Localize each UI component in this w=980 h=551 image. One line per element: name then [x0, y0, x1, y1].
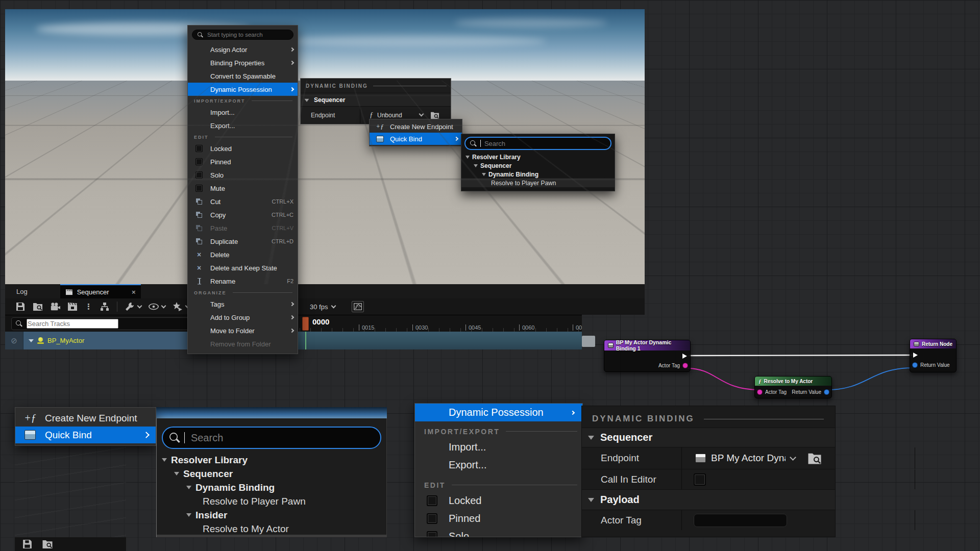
- render-movie-icon[interactable]: [67, 302, 78, 312]
- tree-item-insider[interactable]: Insider: [157, 508, 386, 522]
- locked-checkbox[interactable]: [195, 145, 203, 152]
- call-in-editor-checkbox[interactable]: [694, 473, 706, 486]
- section-edit: EDIT: [188, 132, 298, 142]
- menu-search-box[interactable]: [192, 30, 293, 40]
- collapse-triangle-icon[interactable]: [465, 156, 470, 161]
- tree-item-sequencer[interactable]: Sequencer: [461, 161, 615, 170]
- menu-item-assign-actor[interactable]: Assign Actor: [188, 43, 298, 56]
- menu-item-delete-keep-state[interactable]: ×Delete and Keep State: [188, 261, 298, 274]
- menu-item-dynamic-possession[interactable]: Dynamic Possession: [188, 83, 298, 96]
- camera-icon[interactable]: [50, 302, 60, 312]
- locked-checkbox[interactable]: [427, 495, 437, 506]
- payload-category-row[interactable]: Payload: [582, 489, 835, 510]
- menu-item-locked[interactable]: Locked: [415, 492, 582, 510]
- browse-folder-icon: [42, 539, 53, 549]
- menu-item-copy[interactable]: CopyCTRL+C: [188, 208, 298, 221]
- menu-item-import[interactable]: Import...: [188, 106, 298, 119]
- tree-item-resolve-my-actor[interactable]: Resolve to My Actor: [157, 522, 386, 536]
- tree-item-dynamic-binding[interactable]: Dynamic Binding: [157, 481, 386, 494]
- search-tracks-input[interactable]: [27, 319, 118, 329]
- menu-item-pinned[interactable]: Pinned: [188, 155, 298, 168]
- menu-item-solo[interactable]: Solo: [188, 168, 298, 182]
- more-options-icon[interactable]: ⋮: [85, 302, 92, 311]
- sequencer-category-row[interactable]: Sequencer: [301, 93, 451, 106]
- node-bp-my-actor-dynamic-binding[interactable]: BP My Actor Dynamic Binding 1 Actor Tag: [604, 340, 691, 372]
- menu-item-solo[interactable]: Solo: [415, 528, 582, 537]
- tree-item-resolver-library[interactable]: Resolver Library: [157, 453, 386, 467]
- save-icon[interactable]: [15, 302, 26, 312]
- menu-item-dynamic-possession[interactable]: Dynamic Possession: [415, 404, 582, 421]
- actor-tag-input[interactable]: [694, 514, 787, 527]
- menu-item-convert-to-spawnable[interactable]: Convert to Spawnable: [188, 69, 298, 83]
- menu-item-delete[interactable]: ×Delete: [188, 248, 298, 261]
- menu-item-move-to-folder[interactable]: Move to Folder: [188, 324, 298, 337]
- browse-endpoint-icon[interactable]: [807, 452, 822, 465]
- menu-item-remove-from-folder: Remove from Folder: [188, 337, 298, 350]
- solo-checkbox[interactable]: [195, 171, 203, 179]
- quick-bind-search-input[interactable]: [191, 432, 376, 444]
- collapse-triangle-icon[interactable]: [186, 513, 191, 519]
- solo-checkbox[interactable]: [427, 531, 437, 537]
- menu-item-quick-bind[interactable]: Quick Bind: [15, 427, 156, 443]
- exec-output-pin[interactable]: [682, 354, 687, 359]
- menu-item-quick-bind[interactable]: Quick Bind: [370, 133, 462, 145]
- menu-item-add-to-group[interactable]: Add to Group: [188, 311, 298, 324]
- mute-checkbox[interactable]: [195, 185, 203, 192]
- tools-dropdown[interactable]: [125, 302, 141, 312]
- view-options-dropdown[interactable]: [149, 302, 165, 312]
- hierarchy-icon[interactable]: [100, 302, 110, 312]
- return-value-input-pin[interactable]: [913, 363, 917, 367]
- playhead-marker[interactable]: [302, 317, 309, 331]
- pinned-checkbox[interactable]: [427, 513, 437, 524]
- collapse-triangle-icon[interactable]: [474, 164, 478, 169]
- actor-tag-output-pin[interactable]: [683, 363, 688, 368]
- browse-endpoint-icon[interactable]: [430, 111, 439, 119]
- menu-item-locked[interactable]: Locked: [188, 142, 298, 155]
- tree-item-resolver-library[interactable]: Resolver Library: [461, 153, 615, 161]
- function-icon: ƒ: [370, 111, 373, 119]
- sequencer-category-row[interactable]: Sequencer: [582, 428, 835, 447]
- panel-tab-bar: Log Sequencer ×: [5, 284, 645, 298]
- menu-item-duplicate[interactable]: DuplicateCTRL+D: [188, 235, 298, 248]
- tab-sequencer[interactable]: Sequencer ×: [60, 284, 141, 298]
- expand-triangle-icon[interactable]: [29, 339, 34, 345]
- menu-item-cut[interactable]: CutCTRL+X: [188, 195, 298, 208]
- return-value-output-pin[interactable]: [824, 390, 829, 394]
- pinned-checkbox[interactable]: [195, 158, 203, 165]
- tree-item-sequencer[interactable]: Sequencer: [157, 467, 386, 481]
- menu-search-input[interactable]: [207, 32, 288, 38]
- menu-item-create-new-endpoint[interactable]: +ƒ Create New Endpoint: [15, 410, 156, 427]
- menu-item-tags[interactable]: Tags: [188, 297, 298, 311]
- menu-item-mute[interactable]: Mute: [188, 182, 298, 195]
- menu-item-create-new-endpoint[interactable]: +ƒ Create New Endpoint: [370, 120, 462, 133]
- quick-bind-search-box[interactable]: [162, 427, 381, 449]
- menu-item-pinned[interactable]: Pinned: [415, 510, 582, 528]
- collapse-triangle-icon[interactable]: [482, 173, 486, 178]
- actor-tag-input-pin[interactable]: [757, 390, 762, 394]
- collapse-triangle-icon[interactable]: [162, 458, 167, 464]
- exec-input-pin[interactable]: [913, 353, 918, 358]
- track-mute-gutter[interactable]: ⊘: [5, 332, 23, 349]
- collapse-triangle-icon[interactable]: [174, 472, 179, 478]
- quick-bind-search-input[interactable]: [484, 140, 606, 147]
- tree-item-dynamic-binding[interactable]: Dynamic Binding: [461, 170, 615, 179]
- node-resolve-to-my-actor[interactable]: ƒ Resolve to My Actor Actor Tag Return V…: [754, 376, 832, 398]
- menu-item-export[interactable]: Export...: [415, 456, 582, 474]
- browse-folder-icon[interactable]: [33, 302, 43, 312]
- menu-item-export[interactable]: Export...: [188, 119, 298, 132]
- curve-editor-button[interactable]: [352, 301, 364, 312]
- menu-item-rename[interactable]: RenameF2: [188, 274, 298, 288]
- close-tab-icon[interactable]: ×: [132, 288, 136, 296]
- node-return-node[interactable]: Return Node Return Value: [910, 339, 957, 372]
- tab-log[interactable]: Log: [5, 284, 35, 298]
- menu-item-import[interactable]: Import...: [415, 438, 582, 456]
- tree-item-resolve-player-pawn[interactable]: Resolve to Player Pawn: [157, 494, 386, 508]
- endpoint-dropdown[interactable]: ƒ Unbound: [360, 111, 451, 119]
- collapse-triangle-icon[interactable]: [186, 486, 191, 492]
- quick-bind-search-box[interactable]: [464, 137, 611, 150]
- fps-dropdown[interactable]: 30 fps: [310, 303, 335, 311]
- tree-item-resolve-player-pawn[interactable]: Resolve to Player Pawn: [461, 179, 615, 187]
- return-icon: [914, 342, 919, 346]
- menu-item-binding-properties[interactable]: Binding Properties: [188, 56, 298, 69]
- endpoint-dropdown[interactable]: BP My Actor Dyna: [682, 447, 835, 469]
